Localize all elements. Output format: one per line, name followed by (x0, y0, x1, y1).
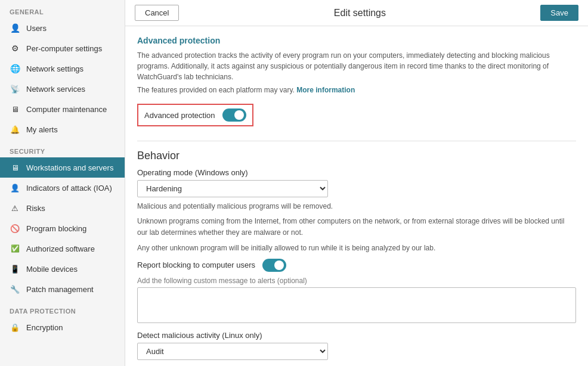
sidebar-item-label-patch-management: Patch management (26, 285, 94, 294)
detect-malicious-select[interactable]: Audit Block Disabled (137, 343, 328, 360)
advanced-protection-slider (222, 108, 246, 122)
network-settings-icon (10, 63, 20, 74)
encryption-icon (10, 322, 20, 333)
sidebar-item-label-computer-maintenance: Computer maintenance (26, 105, 107, 114)
sidebar-item-label-network-services: Network services (26, 85, 85, 94)
sidebar-item-patch-management[interactable]: Patch management (0, 279, 125, 299)
sidebar-item-workstations[interactable]: Workstations and servers (0, 157, 125, 178)
users-icon (10, 23, 20, 33)
section-label-general: GENERAL (0, 0, 125, 18)
sidebar-item-label-encryption: Encryption (26, 323, 63, 332)
report-blocking-label: Report blocking to computer users (137, 260, 255, 269)
patch-management-icon (10, 284, 20, 294)
sidebar-item-my-alerts[interactable]: My alerts (0, 119, 125, 139)
sidebar-item-network-settings[interactable]: Network settings (0, 58, 125, 79)
detect-malicious-label: Detect malicious activity (Linux only) (137, 331, 576, 340)
sidebar-item-authorized-software[interactable]: Authorized software (0, 238, 125, 259)
sidebar-item-network-services[interactable]: Network services (0, 79, 125, 99)
behavior-desc2: Unknown programs coming from the Interne… (137, 216, 576, 238)
sidebar-item-label-risks: Risks (26, 204, 45, 213)
sidebar-item-program-blocking[interactable]: Program blocking (0, 218, 125, 238)
ioa-icon (10, 182, 20, 193)
content-area: Advanced protection The advanced protect… (125, 26, 588, 366)
sidebar-item-label-per-computer: Per-computer settings (26, 44, 102, 53)
header-bar: Cancel Edit settings Save (125, 0, 588, 26)
risks-icon (10, 203, 20, 213)
sidebar-item-label-mobile-devices: Mobile devices (26, 265, 78, 274)
operating-mode-select[interactable]: Hardening Audit Block (137, 180, 328, 197)
sidebar-item-encryption[interactable]: Encryption (0, 317, 125, 337)
sidebar-item-ioa[interactable]: Indicators of attack (IOA) (0, 178, 125, 198)
sidebar-item-label-ioa: Indicators of attack (IOA) (26, 184, 112, 193)
behavior-desc1: Malicious and potentially malicious prog… (137, 201, 576, 212)
operating-mode-label: Operating mode (Windows only) (137, 168, 576, 177)
my-alerts-icon (10, 124, 20, 135)
advanced-protection-description: The advanced protection tracks the activ… (137, 50, 576, 82)
advanced-protection-toggle-row: Advanced protection (137, 104, 253, 126)
authorized-software-icon (10, 243, 20, 254)
advanced-protection-section: Advanced protection The advanced protect… (137, 36, 576, 132)
per-computer-icon (10, 43, 20, 54)
behavior-section: Behavior Operating mode (Windows only) H… (137, 141, 576, 360)
page-title: Edit settings (179, 8, 540, 18)
report-blocking-slider (262, 259, 286, 272)
sidebar-item-label-my-alerts: My alerts (26, 125, 58, 134)
more-information-link[interactable]: More information (296, 86, 355, 94)
save-button[interactable]: Save (540, 5, 578, 21)
advanced-protection-toggle-label: Advanced protection (144, 111, 215, 120)
advanced-protection-title: Advanced protection (137, 36, 576, 45)
workstations-icon (10, 162, 20, 173)
custom-message-textarea[interactable] (137, 287, 576, 323)
sidebar-item-risks[interactable]: Risks (0, 198, 125, 218)
sidebar-item-label-authorized-software: Authorized software (26, 244, 95, 253)
advanced-protection-features-note: The features provided on each platform m… (137, 85, 576, 95)
sidebar-item-mobile-devices[interactable]: Mobile devices (0, 259, 125, 279)
sidebar-item-label-users: Users (26, 24, 47, 33)
advanced-protection-toggle[interactable] (222, 108, 246, 122)
sidebar-item-computer-maintenance[interactable]: Computer maintenance (0, 99, 125, 119)
mobile-devices-icon (10, 263, 20, 274)
computer-maintenance-icon (10, 104, 20, 114)
custom-message-label: Add the following custom message to aler… (137, 277, 576, 285)
network-services-icon (10, 83, 20, 94)
behavior-title: Behavior (137, 141, 576, 162)
section-label-data-protection: DATA PROTECTION (0, 299, 125, 317)
sidebar: GENERAL Users Per-computer settings Netw… (0, 0, 125, 366)
behavior-desc3: Any other unknown program will be initia… (137, 243, 576, 254)
cancel-button[interactable]: Cancel (135, 5, 179, 21)
sidebar-item-label-program-blocking: Program blocking (26, 224, 86, 233)
main-panel: Cancel Edit settings Save Advanced prote… (125, 0, 588, 366)
sidebar-item-per-computer[interactable]: Per-computer settings (0, 38, 125, 58)
report-blocking-toggle[interactable] (262, 259, 286, 272)
report-blocking-toggle-row: Report blocking to computer users (137, 259, 576, 272)
program-blocking-icon (10, 223, 20, 234)
sidebar-item-users[interactable]: Users (0, 18, 125, 38)
sidebar-item-label-workstations: Workstations and servers (26, 163, 113, 172)
sidebar-item-label-network-settings: Network settings (26, 64, 83, 73)
section-label-security: SECURITY (0, 139, 125, 157)
